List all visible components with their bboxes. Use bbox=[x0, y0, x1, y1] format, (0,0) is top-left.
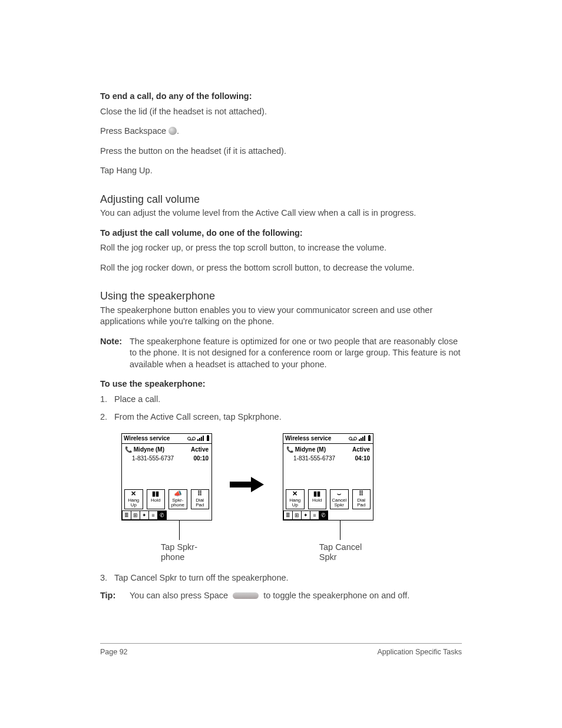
end-call-item-1: Close the lid (if the headset is not att… bbox=[100, 106, 462, 118]
step-1: 1. Place a call. bbox=[100, 394, 462, 406]
speakerphone-title: Using the speakerphone bbox=[100, 289, 462, 303]
footer-right: Application Specific Tasks bbox=[377, 647, 462, 657]
call-status-2: Active bbox=[352, 446, 370, 454]
service-label: Wireless service bbox=[124, 434, 170, 443]
speaker-icon: 📣 bbox=[174, 490, 182, 498]
step-1-num: 1. bbox=[100, 394, 114, 406]
note-block: Note: The speakerphone feature is optimi… bbox=[100, 336, 462, 371]
service-label-2: Wireless service bbox=[285, 434, 331, 443]
voicemail-icon bbox=[187, 436, 196, 441]
svg-rect-14 bbox=[362, 437, 363, 441]
hold-button-2[interactable]: ▮▮Hold bbox=[308, 489, 327, 509]
backspace-icon bbox=[168, 127, 177, 135]
call-timer-right: 04:10 bbox=[355, 454, 370, 463]
speakerphone-intro: The speakerphone button enables you to v… bbox=[100, 305, 462, 328]
end-call-heading: To end a call, do any of the following: bbox=[100, 91, 462, 103]
signal-icon bbox=[197, 436, 204, 442]
sys-icon-4[interactable]: ≡ bbox=[148, 510, 157, 520]
speakerphone-subhead: To use the speakerphone: bbox=[100, 378, 462, 390]
phone-number: 1-831-555-6737 bbox=[125, 454, 174, 463]
step-1-text: Place a call. bbox=[114, 394, 160, 406]
adjust-item-2: Roll the jog rocker down, or press the b… bbox=[100, 262, 462, 274]
sys-icon-4[interactable]: ≡ bbox=[310, 510, 319, 520]
svg-rect-3 bbox=[197, 439, 199, 441]
svg-rect-4 bbox=[199, 438, 200, 441]
sys-icon-phone[interactable]: ✆ bbox=[157, 510, 167, 520]
pause-icon: ▮▮ bbox=[313, 490, 320, 498]
arrow-right-icon bbox=[230, 478, 265, 490]
svg-rect-5 bbox=[201, 437, 202, 441]
note-text: The speakerphone feature is optimized fo… bbox=[130, 336, 462, 371]
sys-icon-1[interactable]: ≣ bbox=[122, 510, 131, 520]
sys-icon-2[interactable]: ⊞ bbox=[131, 510, 140, 520]
grid-icon: ⠿ bbox=[197, 490, 202, 498]
x-icon: ✕ bbox=[292, 490, 297, 498]
grid-icon: ⠿ bbox=[359, 490, 363, 498]
adjust-volume-subhead: To adjust the call volume, do one of the… bbox=[100, 228, 462, 239]
check-arc-icon: ⌣ bbox=[337, 490, 341, 498]
page-footer: Page 92 Application Specific Tasks bbox=[100, 643, 462, 657]
svg-point-1 bbox=[193, 437, 196, 440]
arrow bbox=[230, 433, 265, 490]
adjust-volume-intro: You can adjust the volume level from the… bbox=[100, 207, 462, 219]
tip-after: to toggle the speakerphone on and off. bbox=[263, 591, 409, 600]
dial-pad-button[interactable]: ⠿Dial Pad bbox=[191, 489, 210, 509]
svg-rect-17 bbox=[369, 435, 370, 436]
spacebar-icon bbox=[233, 592, 259, 599]
battery-icon bbox=[368, 435, 371, 442]
step-2-text: From the Active Call screen, tap Spkrpho… bbox=[114, 411, 282, 423]
tip-text: You can also press Space to toggle the s… bbox=[130, 590, 409, 602]
svg-rect-13 bbox=[361, 438, 362, 441]
note-label: Note: bbox=[100, 336, 130, 371]
sys-icon-3[interactable]: ✦ bbox=[140, 510, 148, 520]
contact-name: Midyne (M) bbox=[134, 446, 164, 453]
phone-handset-icon: 📞 bbox=[125, 446, 132, 453]
caption-left: Tap Spkr- phone bbox=[161, 542, 197, 562]
hold-button[interactable]: ▮▮Hold bbox=[147, 489, 166, 509]
footer-left: Page 92 bbox=[100, 647, 128, 657]
step-2: 2. From the Active Call screen, tap Spkr… bbox=[100, 411, 462, 423]
tip-before: You can also press Space bbox=[130, 591, 228, 600]
svg-rect-12 bbox=[359, 439, 360, 441]
pause-icon: ▮▮ bbox=[152, 490, 159, 498]
voicemail-icon bbox=[349, 436, 357, 441]
end-call-item-4: Tap Hang Up. bbox=[100, 165, 462, 177]
svg-rect-16 bbox=[368, 436, 371, 441]
battery-icon bbox=[206, 435, 210, 442]
sys-icon-phone[interactable]: ✆ bbox=[319, 510, 328, 520]
svg-rect-7 bbox=[207, 436, 209, 441]
cancel-spkr-button[interactable]: ⌣Cancel Spkr bbox=[330, 489, 349, 509]
caption-right: Tap Cancel Spkr bbox=[319, 542, 362, 562]
dial-pad-button-2[interactable]: ⠿Dial Pad bbox=[352, 489, 371, 509]
system-bar-2: ≣ ⊞ ✦ ≡ ✆ bbox=[283, 510, 373, 520]
svg-point-10 bbox=[354, 437, 357, 440]
backspace-period: . bbox=[177, 126, 179, 136]
tip-label: Tip: bbox=[100, 590, 130, 602]
step-3-text: Tap Cancel Spkr to turn off the speakerp… bbox=[114, 572, 289, 584]
callout-right: Tap Cancel Spkr bbox=[319, 520, 362, 562]
end-call-item-2: Press Backspace . bbox=[100, 126, 462, 137]
end-call-item-3: Press the button on the headset (if it i… bbox=[100, 146, 462, 157]
svg-point-9 bbox=[349, 437, 352, 440]
press-backspace-text: Press Backspace bbox=[100, 126, 166, 136]
step-3: 3. Tap Cancel Spkr to turn off the speak… bbox=[100, 572, 462, 584]
screens-diagram: Wireless service 📞 Midyne (M) Active 1-8… bbox=[121, 433, 462, 562]
call-status: Active bbox=[191, 446, 209, 454]
adjust-volume-title: Adjusting call volume bbox=[100, 192, 462, 206]
phone-screen-after: Wireless service 📞 Midyne (M) Active 1-8… bbox=[283, 433, 373, 521]
svg-point-0 bbox=[188, 437, 191, 440]
sys-icon-3[interactable]: ✦ bbox=[301, 510, 310, 520]
call-timer-left: 00:10 bbox=[193, 454, 209, 463]
hang-up-button[interactable]: ✕Hang Up bbox=[124, 489, 143, 509]
spkrphone-button[interactable]: 📣Spkr- phone bbox=[168, 489, 187, 509]
sys-icon-2[interactable]: ⊞ bbox=[292, 510, 301, 520]
svg-rect-15 bbox=[364, 436, 365, 441]
hang-up-button-2[interactable]: ✕Hang Up bbox=[286, 489, 305, 509]
contact-name-2: Midyne (M) bbox=[295, 446, 326, 453]
tip-block: Tip: You can also press Space to toggle … bbox=[100, 590, 462, 602]
sys-icon-1[interactable]: ≣ bbox=[283, 510, 292, 520]
svg-rect-8 bbox=[207, 435, 209, 436]
step-3-num: 3. bbox=[100, 572, 114, 584]
signal-icon bbox=[359, 436, 366, 442]
phone-screen-before: Wireless service 📞 Midyne (M) Active 1-8… bbox=[121, 433, 212, 521]
